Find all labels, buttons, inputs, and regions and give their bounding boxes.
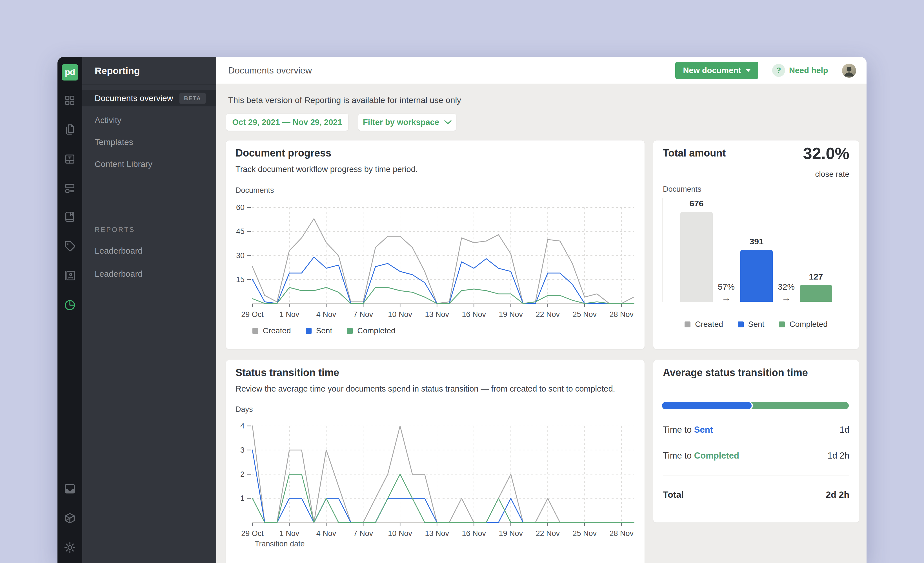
legend-label: Created (695, 320, 723, 329)
svg-text:4: 4 (240, 422, 244, 430)
svg-text:22 Nov: 22 Nov (536, 529, 560, 538)
avatar[interactable] (842, 64, 856, 78)
date-range-button[interactable]: Oct 29, 2021 — Nov 29, 2021 (226, 114, 348, 130)
x-axis-title: Transition date (255, 540, 305, 548)
legend-item-created: Created (684, 320, 723, 329)
question-mark-icon: ? (772, 64, 785, 77)
need-help-label: Need help (789, 66, 828, 75)
reports-pie-icon[interactable] (63, 299, 76, 311)
completed-color-chip (347, 328, 353, 334)
card-title: Status transition time (236, 367, 339, 379)
chart-legend: Created Sent Completed (252, 326, 396, 335)
chevron-down-icon (746, 69, 751, 72)
svg-text:13 Nov: 13 Nov (425, 529, 449, 538)
conversion-annotation: 32%→ (770, 282, 803, 303)
time-to-completed-value: 1d 2h (827, 451, 849, 461)
svg-text:2: 2 (240, 470, 244, 479)
pandadoc-logo[interactable]: pd (62, 64, 78, 81)
svg-text:13 Nov: 13 Nov (425, 310, 449, 319)
card-title: Average status transition time (663, 367, 808, 379)
document-progress-chart: 1530456029 Oct1 Nov4 Nov7 Nov10 Nov13 No… (226, 204, 645, 323)
legend-label: Sent (316, 326, 332, 335)
row-label: Time to Completed (663, 451, 739, 461)
main-area: Documents overview New document ? Need h… (216, 57, 867, 563)
new-document-label: New document (683, 66, 741, 75)
page-title: Documents overview (228, 57, 312, 84)
sidebar-item-label: Leaderboard (94, 246, 142, 256)
sent-bar-segment (662, 402, 752, 409)
svg-text:4 Nov: 4 Nov (316, 310, 336, 319)
beta-badge: BETA (180, 93, 206, 104)
y-axis-unit: Documents (663, 185, 702, 194)
svg-text:19 Nov: 19 Nov (499, 310, 523, 319)
completed-color-chip (779, 322, 785, 327)
sidebar-item-activity[interactable]: Activity (82, 112, 216, 128)
svg-text:7 Nov: 7 Nov (353, 310, 373, 319)
svg-text:28 Nov: 28 Nov (610, 529, 634, 538)
grid-icon[interactable] (63, 94, 76, 107)
tag-icon[interactable] (63, 240, 76, 253)
sidebar-item-content-library[interactable]: Content Library (82, 156, 216, 172)
catalog-icon[interactable] (63, 210, 76, 223)
sidebar-item-templates[interactable]: Templates (82, 134, 216, 150)
sidebar-item-label: Content Library (94, 159, 152, 169)
status-transition-chart: 123429 Oct1 Nov4 Nov7 Nov10 Nov13 Nov16 … (226, 422, 645, 542)
beta-notice: This beta version of Reporting is availa… (228, 96, 461, 105)
icon-rail: pd (57, 57, 82, 563)
page-header: Documents overview New document ? Need h… (216, 57, 867, 84)
settings-gear-icon[interactable] (63, 541, 76, 554)
svg-text:1 Nov: 1 Nov (279, 529, 300, 538)
funnel-bar-chart: 67639112757%→32%→ (662, 198, 853, 302)
svg-text:10 Nov: 10 Nov (388, 310, 412, 319)
svg-text:19 Nov: 19 Nov (499, 529, 523, 538)
documents-icon[interactable] (63, 123, 76, 136)
created-color-chip (252, 328, 258, 334)
sidebar-item-leaderboard-2[interactable]: Leaderboard (82, 266, 216, 282)
svg-text:16 Nov: 16 Nov (462, 310, 486, 319)
forms-icon[interactable] (63, 182, 76, 195)
document-progress-card: Document progress Track document workflo… (226, 140, 645, 349)
sent-status-label: Sent (694, 425, 713, 435)
workspace-filter-button[interactable]: Filter by workspace (358, 114, 456, 130)
card-subtitle: Track document workflow progress by time… (236, 165, 418, 174)
svg-text:16 Nov: 16 Nov (462, 529, 486, 538)
close-rate-value: 32.0% (803, 144, 849, 163)
app-window: pd Reporting Documents overview BETA Act… (57, 57, 867, 563)
sidebar-item-label: Documents overview (94, 93, 173, 103)
inbox-icon[interactable] (63, 482, 76, 495)
svg-text:29 Oct: 29 Oct (241, 310, 264, 319)
sidebar-header: Reporting (82, 57, 216, 85)
addons-cube-icon[interactable] (63, 512, 76, 525)
time-to-completed-row: Time to Completed 1d 2h (663, 451, 849, 461)
sidebar-panel: Reporting Documents overview BETA Activi… (82, 57, 216, 563)
card-subtitle: Review the average time your documents s… (236, 384, 615, 394)
svg-text:29 Oct: 29 Oct (241, 529, 264, 538)
need-help-button[interactable]: ? Need help (772, 57, 828, 84)
legend-item-completed: Completed (347, 326, 395, 335)
time-to-sent-value: 1d (840, 425, 849, 435)
svg-text:30: 30 (236, 252, 244, 260)
svg-text:7 Nov: 7 Nov (353, 529, 373, 538)
sidebar-item-leaderboard-1[interactable]: Leaderboard (82, 243, 216, 259)
transition-progress-bar (662, 402, 849, 409)
contacts-icon[interactable] (63, 269, 76, 282)
status-transition-card: Status transition time Review the averag… (226, 360, 645, 563)
svg-text:25 Nov: 25 Nov (573, 529, 597, 538)
average-transition-card: Average status transition time Time to S… (653, 360, 859, 523)
total-label: Total (663, 490, 684, 500)
workspace-filter-label: Filter by workspace (363, 118, 439, 127)
total-amount-card: Total amount 32.0% close rate Documents … (653, 140, 859, 349)
new-document-button[interactable]: New document (675, 61, 758, 79)
bar-value-created: 676 (680, 199, 713, 208)
conversion-annotation: 57%→ (710, 282, 743, 303)
legend-item-sent: Sent (738, 320, 765, 329)
chevron-down-icon (444, 120, 452, 124)
templates-icon[interactable] (63, 153, 76, 166)
sidebar-title: Reporting (94, 65, 140, 76)
reports-section-label: REPORTS (94, 226, 135, 234)
right-arrow-icon: → (710, 292, 743, 303)
sidebar-item-documents-overview[interactable]: Documents overview BETA (82, 90, 216, 106)
right-arrow-icon: → (770, 292, 803, 303)
sent-color-chip (738, 322, 744, 327)
svg-text:60: 60 (236, 204, 244, 212)
